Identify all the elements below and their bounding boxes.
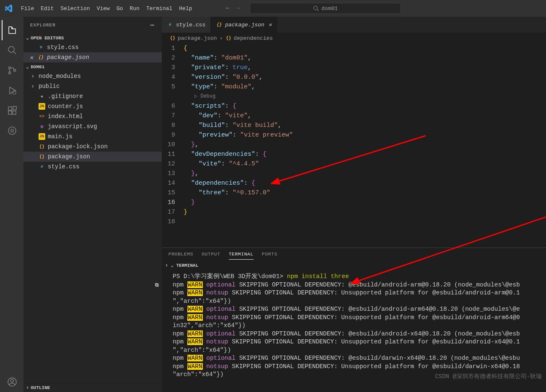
css-icon: # bbox=[167, 21, 173, 28]
file-label: javascript.svg bbox=[48, 123, 97, 130]
debug-codelens[interactable]: ▷ Debug bbox=[184, 92, 546, 101]
file-item[interactable]: <>index.html bbox=[23, 111, 162, 121]
file-item[interactable]: JSmain.js bbox=[23, 132, 162, 142]
chevron-down-icon: ⌄ bbox=[26, 35, 29, 41]
close-icon[interactable]: ✕ bbox=[28, 54, 35, 61]
remote-icon[interactable] bbox=[2, 121, 22, 141]
breadcrumb[interactable]: {} package.json › {} dependencies bbox=[162, 33, 546, 44]
json-icon: {} bbox=[216, 21, 223, 28]
file-label: counter.js bbox=[48, 103, 83, 110]
vscode-logo bbox=[3, 3, 13, 13]
file-label: index.html bbox=[48, 113, 83, 120]
editor-tab[interactable]: {}package.json✕ bbox=[211, 17, 277, 33]
panel-tab-ports[interactable]: PORTS bbox=[262, 251, 277, 260]
open-editor-item[interactable]: #style.css bbox=[23, 42, 162, 52]
search-activity-icon[interactable] bbox=[2, 40, 22, 60]
tab-label: package.json bbox=[225, 22, 264, 28]
svg-rect-8 bbox=[8, 107, 12, 110]
svg-line-3 bbox=[13, 52, 16, 54]
command-center[interactable]: dom01 bbox=[250, 3, 401, 14]
file-label: style.css bbox=[48, 163, 80, 170]
svg-point-4 bbox=[9, 67, 11, 69]
chevron-right-icon: › bbox=[31, 83, 36, 90]
explorer-title: EXPLORER bbox=[30, 23, 56, 28]
panel-tabs: PROBLEMSOUTPUTTERMINALPORTS bbox=[162, 248, 546, 260]
menu-terminal[interactable]: Terminal bbox=[143, 4, 176, 13]
file-label: public bbox=[39, 83, 60, 90]
svg-point-15 bbox=[11, 379, 14, 382]
file-label: package.json bbox=[48, 153, 90, 160]
outline-header[interactable]: › OUTLINE bbox=[23, 384, 162, 392]
json-icon: {} bbox=[39, 143, 45, 150]
menu-go[interactable]: Go bbox=[113, 4, 127, 13]
activity-bar bbox=[0, 17, 23, 392]
file-item[interactable]: {}package.json bbox=[23, 152, 162, 162]
json-icon: {} bbox=[38, 54, 44, 61]
js-icon: JS bbox=[39, 103, 45, 110]
panel-tab-output[interactable]: OUTPUT bbox=[202, 251, 220, 260]
close-icon[interactable]: ✕ bbox=[269, 21, 272, 28]
editor-tabs: #style.css{}package.json✕ bbox=[162, 17, 546, 33]
maximize-panel-icon[interactable]: ⧉ bbox=[155, 282, 159, 288]
source-control-icon[interactable] bbox=[2, 60, 22, 80]
file-item[interactable]: ◆.gitignore bbox=[23, 91, 162, 101]
folder-item[interactable]: ›node_modules bbox=[23, 71, 162, 81]
file-label: package-lock.json bbox=[48, 143, 108, 150]
svg-icon: ▧ bbox=[39, 123, 45, 130]
extensions-icon[interactable] bbox=[2, 101, 22, 121]
bottom-panel: PROBLEMSOUTPUTTERMINALPORTS ⧉ › ⌄ TERMIN… bbox=[162, 248, 546, 392]
html-icon: <> bbox=[39, 113, 45, 120]
menu-file[interactable]: File bbox=[18, 4, 37, 13]
open-editor-item[interactable]: ✕{}package.json bbox=[23, 52, 162, 62]
open-editors-header[interactable]: ⌄ OPEN EDITORS bbox=[23, 34, 162, 42]
file-item[interactable]: {}package-lock.json bbox=[23, 142, 162, 152]
svg-point-12 bbox=[8, 127, 16, 134]
svg-point-13 bbox=[11, 129, 13, 132]
panel-tab-problems[interactable]: PROBLEMS bbox=[168, 251, 193, 260]
menu-selection[interactable]: Selection bbox=[57, 4, 93, 13]
json-icon: {} bbox=[39, 153, 45, 160]
title-bar: FileEditSelectionViewGoRunTerminalHelp ←… bbox=[0, 0, 546, 17]
file-label: package.json bbox=[47, 54, 89, 61]
gitignore-icon: ◆ bbox=[39, 93, 45, 100]
nav-back-icon[interactable]: ← bbox=[226, 5, 230, 12]
menu-view[interactable]: View bbox=[93, 4, 113, 13]
chevron-down-icon: ⌄ bbox=[26, 64, 29, 70]
menu-run[interactable]: Run bbox=[126, 4, 142, 13]
file-item[interactable]: JScounter.js bbox=[23, 101, 162, 111]
css-icon: # bbox=[38, 44, 44, 51]
nav-forward-icon[interactable]: → bbox=[236, 5, 241, 12]
svg-point-6 bbox=[14, 70, 16, 72]
search-icon bbox=[313, 5, 319, 11]
chevron-right-icon: › bbox=[31, 73, 36, 80]
file-item[interactable]: #style.css bbox=[23, 162, 162, 172]
file-item[interactable]: ▧javascript.svg bbox=[23, 121, 162, 132]
editor-area: #style.css{}package.json✕ {} package.jso… bbox=[162, 17, 546, 392]
chevron-right-icon: › bbox=[165, 263, 168, 268]
terminal-output[interactable]: PS D:\学习案例\WEB 3D开发\dom01> npm install t… bbox=[162, 271, 546, 392]
svg-point-5 bbox=[9, 72, 11, 74]
tab-label: style.css bbox=[176, 22, 205, 28]
svg-rect-11 bbox=[13, 106, 16, 110]
terminal-section-header[interactable]: ⧉ › ⌄ TERMINAL bbox=[162, 260, 546, 271]
css-icon: # bbox=[39, 163, 45, 170]
menu-help[interactable]: Help bbox=[176, 4, 195, 13]
js-icon: JS bbox=[39, 133, 45, 140]
svg-point-2 bbox=[8, 46, 14, 52]
chevron-right-icon: › bbox=[26, 385, 29, 391]
search-text: dom01 bbox=[321, 5, 338, 12]
editor-body[interactable]: 12345 6789101112131415161718 { "name": "… bbox=[162, 44, 546, 248]
editor-tab[interactable]: #style.css bbox=[162, 17, 211, 33]
run-debug-icon[interactable] bbox=[2, 80, 22, 101]
panel-tab-terminal[interactable]: TERMINAL bbox=[229, 251, 254, 260]
accounts-icon[interactable] bbox=[2, 372, 22, 392]
svg-rect-10 bbox=[13, 111, 16, 114]
project-header[interactable]: ⌄ DOM01 bbox=[23, 62, 162, 71]
folder-item[interactable]: ›public bbox=[23, 81, 162, 91]
explorer-icon[interactable] bbox=[2, 20, 22, 40]
menu-edit[interactable]: Edit bbox=[37, 4, 57, 13]
svg-point-0 bbox=[314, 6, 318, 10]
explorer-more-icon[interactable]: ⋯ bbox=[150, 21, 155, 29]
json-icon: {} bbox=[169, 35, 176, 41]
json-icon: {} bbox=[225, 35, 232, 41]
